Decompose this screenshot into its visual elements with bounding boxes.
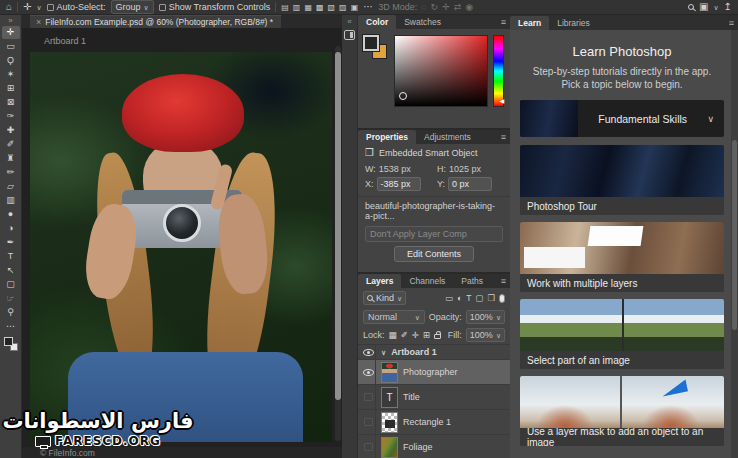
more-align-options-icon[interactable]: ⋯ bbox=[363, 2, 373, 12]
lock-all-icon[interactable] bbox=[434, 334, 441, 339]
tab-libraries[interactable]: Libraries bbox=[549, 16, 598, 30]
edit-toolbar-icon[interactable]: ⋯ bbox=[2, 320, 20, 333]
hue-slider-icon[interactable]: ◀ bbox=[499, 98, 504, 104]
fill-dropdown[interactable]: 100% ∨ bbox=[466, 328, 505, 342]
layer-row-rectangle-1[interactable]: Rectangle 1 bbox=[358, 410, 510, 435]
layer-filtering-toggle[interactable] bbox=[499, 294, 505, 303]
visibility-eye-icon[interactable] bbox=[363, 349, 374, 356]
dodge-tool[interactable]: ◑ bbox=[2, 222, 20, 235]
zoom-tool[interactable]: ⚲ bbox=[2, 306, 20, 319]
lock-image-icon[interactable]: ✐ bbox=[401, 330, 408, 340]
checkbox-icon[interactable] bbox=[47, 4, 54, 11]
brush-tool[interactable]: ✐ bbox=[2, 138, 20, 151]
move-tool[interactable]: ✛ bbox=[2, 26, 20, 39]
foreground-background-swatches[interactable] bbox=[4, 337, 18, 351]
layer-row-foliage[interactable]: Foliage bbox=[358, 435, 510, 458]
slide-camera-icon[interactable]: ⇄ bbox=[454, 2, 462, 12]
close-document-icon[interactable]: × bbox=[36, 17, 41, 27]
tab-learn[interactable]: Learn bbox=[510, 16, 549, 30]
filter-shape-layers-icon[interactable]: ▢ bbox=[475, 293, 483, 303]
filter-smart-objects-icon[interactable]: ❒ bbox=[487, 293, 495, 303]
opacity-dropdown[interactable]: 100% ∨ bbox=[466, 310, 505, 324]
y-position-field[interactable]: 0 px bbox=[448, 177, 492, 191]
checkbox-icon[interactable] bbox=[159, 4, 166, 11]
filter-adjustment-layers-icon[interactable]: ◐ bbox=[457, 293, 462, 303]
scrollbar-thumb[interactable] bbox=[335, 52, 341, 400]
pen-tool[interactable]: ✒ bbox=[2, 236, 20, 249]
workspace-switcher-icon[interactable]: ▣ bbox=[699, 2, 708, 12]
document-tab[interactable]: × FileInfo.com Example.psd @ 60% (Photog… bbox=[30, 15, 281, 28]
history-brush-tool[interactable]: ✏ bbox=[2, 166, 20, 179]
layer-thumbnail[interactable]: T bbox=[381, 387, 398, 408]
tab-properties[interactable]: Properties bbox=[358, 130, 416, 144]
x-position-field[interactable]: -385 px bbox=[377, 177, 421, 191]
tutorial-card-select-part[interactable]: Select part of an image bbox=[520, 299, 724, 369]
layer-thumbnail[interactable] bbox=[381, 412, 398, 433]
layer-row-photographer[interactable]: Photographer bbox=[358, 360, 510, 385]
auto-select-checkbox[interactable]: Auto-Select: bbox=[47, 2, 106, 12]
frame-tool[interactable]: ⊠ bbox=[2, 96, 20, 109]
drag-camera-icon[interactable]: ✛ bbox=[442, 2, 450, 12]
tab-layers[interactable]: Layers bbox=[358, 274, 401, 288]
tab-channels[interactable]: Channels bbox=[401, 274, 453, 288]
tab-color[interactable]: Color bbox=[358, 15, 396, 29]
share-image-icon[interactable]: ↥ bbox=[724, 2, 732, 12]
foreground-color-swatch[interactable] bbox=[4, 337, 13, 346]
hand-tool[interactable]: ☞ bbox=[2, 292, 20, 305]
distribute-icon[interactable]: ▩ bbox=[316, 3, 324, 12]
spot-healing-tool[interactable]: ✚ bbox=[2, 124, 20, 137]
clone-stamp-tool[interactable]: ♜ bbox=[2, 152, 20, 165]
filter-kind-dropdown[interactable]: Kind ∨ bbox=[363, 291, 406, 305]
eraser-tool[interactable]: ▱ bbox=[2, 180, 20, 193]
visibility-eye-icon[interactable] bbox=[363, 369, 374, 376]
tab-adjustments[interactable]: Adjustments bbox=[416, 130, 479, 144]
blend-mode-dropdown[interactable]: Normal ∨ bbox=[363, 310, 425, 324]
home-icon[interactable]: ⌂ bbox=[6, 2, 12, 12]
roll-camera-icon[interactable]: ↻ bbox=[431, 2, 439, 12]
workspace-chevron-icon[interactable]: ∨ bbox=[713, 4, 718, 11]
expand-toolbar-icon[interactable]: » bbox=[8, 16, 12, 25]
eyedropper-tool[interactable]: ✑ bbox=[2, 110, 20, 123]
canvas-vertical-scrollbar[interactable] bbox=[335, 46, 341, 441]
panel-menu-icon[interactable]: ≡ bbox=[501, 132, 506, 142]
tab-paths[interactable]: Paths bbox=[453, 274, 491, 288]
tutorial-card-photoshop-tour[interactable]: Photoshop Tour bbox=[520, 145, 724, 215]
filter-type-layers-icon[interactable]: T bbox=[466, 293, 471, 303]
layer-thumbnail[interactable] bbox=[381, 362, 398, 383]
orbit-camera-icon[interactable]: ◌ bbox=[421, 2, 426, 12]
layer-thumbnail[interactable] bbox=[381, 437, 398, 458]
scrollbar-thumb[interactable] bbox=[732, 140, 737, 330]
collapsed-panel-icon[interactable] bbox=[344, 30, 355, 40]
panel-menu-icon[interactable]: ≡ bbox=[501, 276, 506, 286]
learn-panel-scrollbar[interactable] bbox=[731, 30, 738, 458]
tutorial-card-multiple-layers[interactable]: Work with multiple layers bbox=[520, 222, 724, 292]
tutorial-card-layer-mask[interactable]: Use a layer mask to add an object to an … bbox=[520, 376, 724, 446]
tab-swatches[interactable]: Swatches bbox=[396, 15, 449, 29]
lock-position-icon[interactable]: ✛ bbox=[412, 330, 419, 340]
path-selection-tool[interactable]: ↖ bbox=[2, 264, 20, 277]
collapse-dock-icon[interactable]: « bbox=[347, 17, 351, 26]
panel-menu-icon[interactable]: ≡ bbox=[729, 18, 734, 28]
layer-row-artboard-1[interactable]: ∨ Artboard 1 bbox=[358, 345, 510, 360]
color-picker-circle[interactable] bbox=[399, 92, 407, 100]
align-right-icon[interactable]: ▦ bbox=[304, 3, 312, 12]
panel-menu-icon[interactable]: ≡ bbox=[501, 17, 506, 27]
quick-selection-tool[interactable]: ✶ bbox=[2, 68, 20, 81]
gradient-tool[interactable]: ▥ bbox=[2, 194, 20, 207]
edit-contents-button[interactable]: Edit Contents bbox=[394, 246, 474, 262]
show-transform-checkbox[interactable]: Show Transform Controls bbox=[159, 2, 271, 12]
layer-comp-dropdown[interactable]: Don't Apply Layer Comp bbox=[365, 226, 503, 242]
align-center-h-icon[interactable]: ▥ bbox=[293, 3, 301, 12]
fundamental-skills-card[interactable]: Fundamental Skills ∨ bbox=[520, 100, 724, 137]
visibility-toggle-empty[interactable] bbox=[364, 393, 373, 401]
group-expand-chevron-icon[interactable]: ∨ bbox=[381, 349, 386, 356]
artboard-image[interactable] bbox=[30, 52, 332, 442]
foreground-color-swatch[interactable] bbox=[363, 35, 379, 51]
hue-strip[interactable]: ◀ bbox=[493, 35, 504, 107]
type-tool[interactable]: T bbox=[2, 250, 20, 263]
align-top-icon[interactable]: ▧ bbox=[328, 3, 336, 12]
chevron-down-icon[interactable]: ∨ bbox=[707, 114, 714, 124]
align-middle-icon[interactable]: ▨ bbox=[339, 3, 347, 12]
search-icon[interactable] bbox=[688, 4, 694, 10]
artboard-label[interactable]: Artboard 1 bbox=[44, 36, 86, 46]
